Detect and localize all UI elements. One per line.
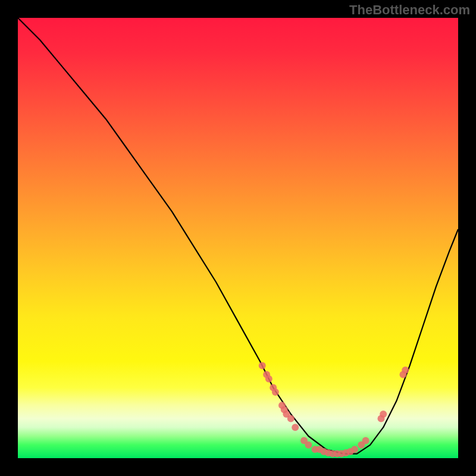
- data-marker: [402, 367, 409, 374]
- chart-container: TheBottleneck.com: [0, 0, 476, 476]
- data-marker: [380, 411, 387, 418]
- data-marker: [259, 362, 266, 369]
- plot-area: [18, 18, 458, 458]
- data-marker: [362, 437, 369, 444]
- watermark-text: TheBottleneck.com: [349, 2, 470, 18]
- data-marker: [305, 441, 312, 449]
- data-marker: [265, 375, 273, 383]
- data-marker: [292, 424, 299, 431]
- curve-svg: [18, 18, 458, 458]
- data-marker: [272, 389, 279, 396]
- data-marker: [287, 415, 295, 422]
- data-marker: [351, 446, 358, 453]
- bottleneck-curve: [18, 18, 458, 454]
- data-markers: [259, 362, 409, 458]
